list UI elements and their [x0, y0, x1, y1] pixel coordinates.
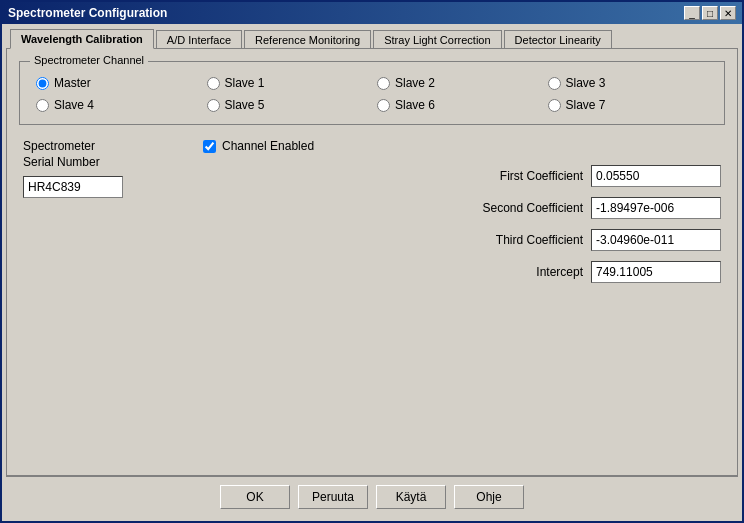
channel-enabled-label: Channel Enabled [222, 139, 314, 153]
main-window: Spectrometer Configuration _ □ ✕ Wavelen… [0, 0, 744, 523]
tab-detector-linearity[interactable]: Detector Linearity [504, 30, 612, 49]
minimize-button[interactable]: _ [684, 6, 700, 20]
coefficients-section: Channel Enabled First Coefficient Second… [183, 139, 721, 293]
tab-bar: Wavelength Calibration A/D Interface Ref… [6, 28, 738, 48]
radio-master[interactable]: Master [36, 76, 197, 90]
intercept-row: Intercept [183, 261, 721, 283]
third-coefficient-row: Third Coefficient [183, 229, 721, 251]
tab-stray-light-correction[interactable]: Stray Light Correction [373, 30, 501, 49]
radio-slave6[interactable]: Slave 6 [377, 98, 538, 112]
second-coefficient-row: Second Coefficient [183, 197, 721, 219]
radio-slave1[interactable]: Slave 1 [207, 76, 368, 90]
ok-button[interactable]: OK [220, 485, 290, 509]
intercept-label: Intercept [443, 265, 583, 279]
radio-slave3-input[interactable] [548, 77, 561, 90]
radio-slave4-label: Slave 4 [54, 98, 94, 112]
third-coefficient-input[interactable] [591, 229, 721, 251]
radio-slave1-input[interactable] [207, 77, 220, 90]
main-form: Spectrometer Serial Number Channel Enabl… [19, 139, 725, 293]
radio-slave1-label: Slave 1 [225, 76, 265, 90]
radio-slave4-input[interactable] [36, 99, 49, 112]
radio-slave5[interactable]: Slave 5 [207, 98, 368, 112]
title-bar: Spectrometer Configuration _ □ ✕ [2, 2, 742, 24]
radio-slave2[interactable]: Slave 2 [377, 76, 538, 90]
channel-enabled-row: Channel Enabled [183, 139, 721, 153]
serial-number-section: Spectrometer Serial Number [23, 139, 163, 293]
help-button[interactable]: Ohje [454, 485, 524, 509]
window-title: Spectrometer Configuration [8, 6, 167, 20]
bottom-bar: OK Peruuta Käytä Ohje [6, 476, 738, 517]
radio-master-label: Master [54, 76, 91, 90]
radio-slave5-input[interactable] [207, 99, 220, 112]
window-body: Wavelength Calibration A/D Interface Ref… [2, 24, 742, 521]
channel-enabled-checkbox[interactable] [203, 140, 216, 153]
radio-slave7-input[interactable] [548, 99, 561, 112]
radio-slave2-input[interactable] [377, 77, 390, 90]
serial-number-label: Spectrometer Serial Number [23, 139, 163, 170]
apply-button[interactable]: Käytä [376, 485, 446, 509]
spectrometer-channel-group: Spectrometer Channel Master Slave 1 Slav… [19, 61, 725, 125]
radio-slave2-label: Slave 2 [395, 76, 435, 90]
radio-slave5-label: Slave 5 [225, 98, 265, 112]
radio-slave7-label: Slave 7 [566, 98, 606, 112]
radio-master-input[interactable] [36, 77, 49, 90]
radio-slave3-label: Slave 3 [566, 76, 606, 90]
serial-number-input[interactable] [23, 176, 123, 198]
tab-ad-interface[interactable]: A/D Interface [156, 30, 242, 49]
maximize-button[interactable]: □ [702, 6, 718, 20]
tab-wavelength-calibration[interactable]: Wavelength Calibration [10, 29, 154, 49]
tab-content: Spectrometer Channel Master Slave 1 Slav… [6, 48, 738, 476]
radio-slave6-input[interactable] [377, 99, 390, 112]
group-legend: Spectrometer Channel [30, 54, 148, 66]
second-coefficient-label: Second Coefficient [443, 201, 583, 215]
radio-slave7[interactable]: Slave 7 [548, 98, 709, 112]
channel-radio-grid: Master Slave 1 Slave 2 Slave 3 [36, 72, 708, 112]
radio-slave3[interactable]: Slave 3 [548, 76, 709, 90]
second-coefficient-input[interactable] [591, 197, 721, 219]
close-button[interactable]: ✕ [720, 6, 736, 20]
radio-slave4[interactable]: Slave 4 [36, 98, 197, 112]
first-coefficient-row: First Coefficient [183, 165, 721, 187]
title-bar-controls: _ □ ✕ [684, 6, 736, 20]
third-coefficient-label: Third Coefficient [443, 233, 583, 247]
tab-reference-monitoring[interactable]: Reference Monitoring [244, 30, 371, 49]
cancel-button[interactable]: Peruuta [298, 485, 368, 509]
radio-slave6-label: Slave 6 [395, 98, 435, 112]
intercept-input[interactable] [591, 261, 721, 283]
first-coefficient-input[interactable] [591, 165, 721, 187]
first-coefficient-label: First Coefficient [443, 169, 583, 183]
